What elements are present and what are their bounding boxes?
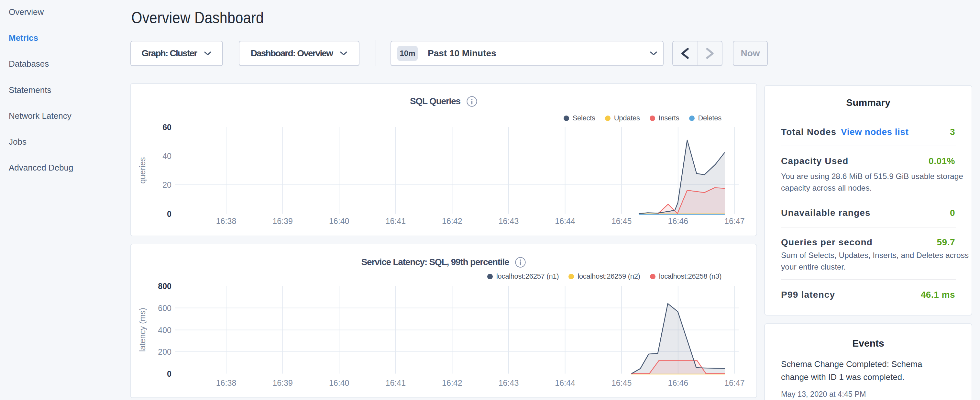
svg-text:0: 0: [167, 209, 172, 218]
svg-text:16:47: 16:47: [724, 217, 745, 226]
svg-text:16:41: 16:41: [386, 378, 406, 387]
svg-text:200: 200: [158, 347, 172, 356]
svg-text:16:41: 16:41: [386, 217, 406, 226]
svg-text:16:43: 16:43: [499, 217, 519, 226]
svg-text:16:46: 16:46: [668, 217, 689, 226]
svg-text:16:44: 16:44: [555, 378, 575, 387]
svg-text:16:39: 16:39: [272, 217, 293, 226]
svg-text:16:45: 16:45: [611, 217, 632, 226]
svg-text:20: 20: [162, 180, 172, 189]
svg-text:16:44: 16:44: [555, 217, 575, 226]
svg-text:16:45: 16:45: [611, 378, 632, 387]
svg-text:16:40: 16:40: [329, 217, 349, 226]
svg-text:0: 0: [167, 369, 172, 378]
svg-text:16:40: 16:40: [329, 378, 349, 387]
svg-text:16:39: 16:39: [272, 378, 293, 387]
svg-text:40: 40: [162, 151, 172, 161]
svg-text:16:43: 16:43: [499, 378, 519, 387]
svg-text:60: 60: [162, 123, 172, 132]
svg-text:800: 800: [158, 282, 172, 291]
svg-text:latency (ms): latency (ms): [138, 308, 147, 352]
svg-text:16:42: 16:42: [442, 217, 462, 226]
svg-text:queries: queries: [138, 157, 147, 184]
svg-text:16:47: 16:47: [724, 378, 745, 387]
svg-text:600: 600: [158, 304, 172, 312]
svg-text:16:42: 16:42: [442, 378, 462, 387]
svg-text:16:38: 16:38: [216, 378, 237, 387]
svg-text:16:46: 16:46: [668, 378, 689, 387]
svg-text:400: 400: [158, 325, 172, 335]
svg-text:16:38: 16:38: [216, 217, 237, 226]
